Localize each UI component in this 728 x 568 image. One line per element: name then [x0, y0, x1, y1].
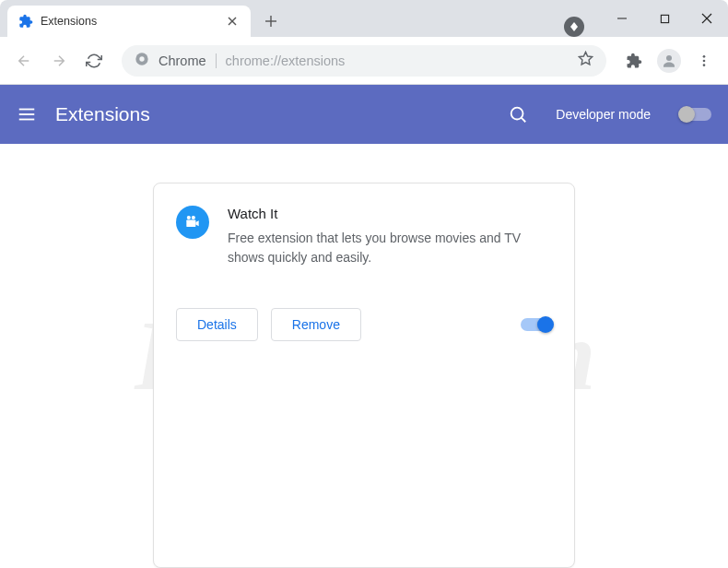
svg-line-19	[522, 118, 526, 123]
bookmark-star-icon[interactable]	[578, 51, 593, 70]
browser-toolbar: Chrome chrome://extensions	[0, 37, 728, 85]
svg-point-13	[703, 59, 706, 62]
minimize-button[interactable]	[601, 3, 643, 34]
details-button[interactable]: Details	[176, 308, 258, 341]
menu-button[interactable]	[689, 46, 719, 76]
window-controls	[601, 0, 728, 37]
remove-button[interactable]: Remove	[271, 308, 361, 341]
svg-point-22	[192, 216, 195, 219]
svg-point-21	[187, 216, 191, 219]
extensions-content: PCrisk.com Watch It Free extension that …	[0, 144, 728, 568]
url-scheme-label: Chrome	[159, 53, 206, 68]
url-text: chrome://extensions	[226, 53, 346, 68]
extension-name: Watch It	[228, 206, 552, 221]
profile-avatar[interactable]	[654, 46, 684, 76]
browser-tab[interactable]: Extensions	[7, 6, 251, 37]
svg-marker-10	[579, 52, 592, 64]
svg-point-12	[703, 55, 706, 58]
chrome-icon	[135, 52, 149, 70]
svg-point-18	[511, 108, 523, 120]
developer-mode-toggle[interactable]	[680, 108, 711, 121]
extension-card: Watch It Free extension that lets you br…	[153, 183, 575, 568]
page-title: Extensions	[55, 103, 489, 125]
forward-button[interactable]	[44, 46, 74, 76]
extension-enable-toggle[interactable]	[521, 318, 552, 331]
svg-point-9	[139, 56, 144, 61]
extensions-icon[interactable]	[619, 46, 649, 76]
svg-rect-20	[186, 220, 195, 228]
account-badge-icon[interactable]	[564, 17, 584, 37]
back-button[interactable]	[9, 46, 39, 76]
developer-mode-label: Developer mode	[556, 107, 651, 122]
tab-title: Extensions	[41, 15, 217, 28]
svg-rect-5	[661, 15, 668, 22]
reload-button[interactable]	[79, 46, 109, 76]
svg-point-14	[703, 64, 706, 66]
window-titlebar: Extensions	[0, 0, 728, 37]
close-window-button[interactable]	[686, 3, 728, 34]
close-tab-icon[interactable]	[225, 14, 240, 29]
puzzle-icon	[18, 14, 33, 29]
new-tab-button[interactable]	[258, 8, 284, 34]
omnibox-divider	[216, 53, 217, 68]
maximize-button[interactable]	[643, 3, 686, 34]
extensions-header: Extensions Developer mode	[0, 85, 728, 144]
hamburger-menu-icon[interactable]	[17, 104, 37, 124]
camera-icon	[176, 206, 209, 239]
extension-description: Free extension that lets you browse movi…	[228, 229, 552, 267]
search-icon[interactable]	[508, 104, 528, 124]
address-bar[interactable]: Chrome chrome://extensions	[122, 45, 606, 77]
person-icon	[657, 49, 681, 73]
svg-point-11	[666, 55, 672, 61]
